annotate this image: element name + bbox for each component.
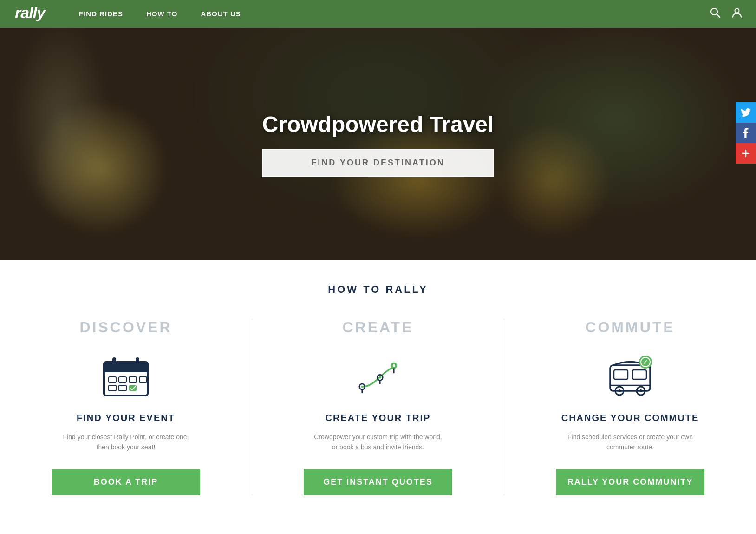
svg-rect-13 bbox=[139, 377, 147, 382]
create-title: CREATE bbox=[342, 319, 413, 336]
svg-line-2 bbox=[717, 14, 720, 18]
svg-point-3 bbox=[735, 9, 739, 13]
destination-search[interactable]: FIND YOUR DESTINATION bbox=[262, 149, 494, 177]
commute-subtitle: CHANGE YOUR COMMUTE bbox=[561, 413, 699, 423]
svg-text:✓: ✓ bbox=[643, 359, 648, 366]
hero-content: Crowdpowered Travel FIND YOUR DESTINATIO… bbox=[262, 112, 494, 177]
get-quotes-button[interactable]: GET INSTANT QUOTES bbox=[304, 469, 452, 495]
nav-how-to[interactable]: HOW TO bbox=[146, 10, 177, 18]
hero-title: Crowdpowered Travel bbox=[262, 112, 494, 137]
nav-find-rides[interactable]: FIND RIDES bbox=[79, 10, 123, 18]
svg-rect-11 bbox=[119, 377, 126, 382]
how-to-grid: DISCOVER bbox=[0, 319, 756, 495]
nav-links: FIND RIDES HOW TO ABOUT US bbox=[79, 10, 241, 18]
create-subtitle: CREATE YOUR TRIP bbox=[326, 413, 431, 423]
svg-rect-8 bbox=[112, 357, 116, 368]
svg-rect-28 bbox=[610, 365, 650, 391]
svg-rect-7 bbox=[104, 362, 148, 372]
svg-point-20 bbox=[361, 385, 363, 387]
svg-rect-9 bbox=[136, 357, 139, 368]
create-desc: Crowdpower your custom trip with the wor… bbox=[313, 432, 443, 453]
discover-desc: Find your closest Rally Point, or create… bbox=[61, 432, 191, 453]
discover-subtitle: FIND YOUR EVENT bbox=[77, 413, 175, 423]
facebook-button[interactable] bbox=[736, 123, 756, 143]
svg-rect-15 bbox=[119, 385, 126, 391]
create-column: CREATE C bbox=[252, 319, 504, 495]
svg-rect-12 bbox=[129, 377, 137, 382]
book-trip-button[interactable]: BOOK A TRIP bbox=[52, 469, 200, 495]
svg-text:rally: rally bbox=[15, 4, 46, 21]
commute-title: COMMUTE bbox=[585, 319, 675, 336]
commute-desc: Find scheduled services or create your o… bbox=[565, 432, 695, 453]
logo[interactable]: rally bbox=[14, 3, 56, 25]
rally-community-button[interactable]: RALLY YOUR COMMUNITY bbox=[556, 469, 704, 495]
social-sidebar bbox=[736, 102, 756, 164]
bus-icon: ✓ bbox=[602, 352, 658, 399]
svg-rect-29 bbox=[614, 370, 628, 379]
svg-rect-14 bbox=[109, 385, 116, 391]
svg-point-33 bbox=[618, 389, 621, 392]
how-to-title: HOW TO RALLY bbox=[0, 283, 756, 296]
user-icon[interactable] bbox=[732, 7, 742, 20]
hero-section: Crowdpowered Travel FIND YOUR DESTINATIO… bbox=[0, 28, 756, 260]
navbar: rally FIND RIDES HOW TO ABOUT US bbox=[0, 0, 756, 28]
svg-point-26 bbox=[393, 364, 395, 367]
svg-rect-10 bbox=[109, 377, 116, 382]
svg-point-35 bbox=[639, 389, 642, 392]
svg-point-23 bbox=[379, 376, 381, 378]
how-to-section: HOW TO RALLY DISCOVER bbox=[0, 260, 756, 523]
discover-column: DISCOVER bbox=[0, 319, 252, 495]
navbar-icons bbox=[710, 7, 742, 20]
svg-rect-30 bbox=[632, 370, 646, 379]
route-icon bbox=[350, 352, 406, 399]
calendar-icon bbox=[98, 352, 154, 399]
nav-about-us[interactable]: ABOUT US bbox=[201, 10, 241, 18]
plus-button[interactable] bbox=[736, 143, 756, 164]
commute-column: COMMUTE bbox=[504, 319, 756, 495]
twitter-button[interactable] bbox=[736, 102, 756, 123]
search-icon[interactable] bbox=[710, 7, 720, 20]
discover-title: DISCOVER bbox=[79, 319, 172, 336]
